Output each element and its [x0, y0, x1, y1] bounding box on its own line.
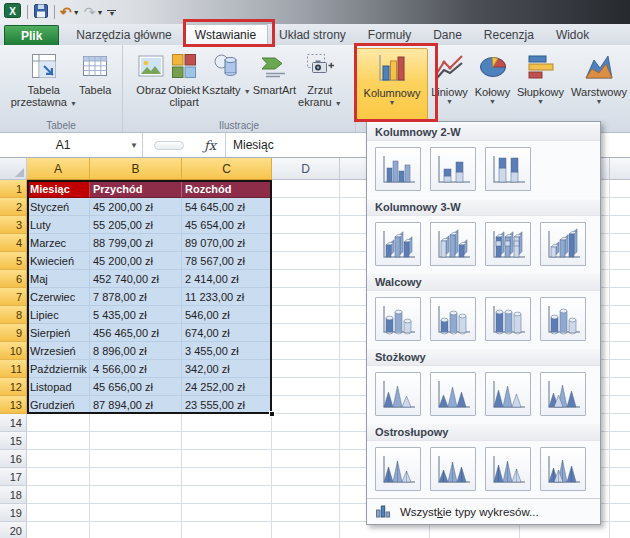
- row-header-9[interactable]: 9: [0, 324, 27, 342]
- cell-B6[interactable]: 452 740,00 zł: [90, 270, 182, 288]
- cell-D4[interactable]: [272, 234, 340, 252]
- row-header-16[interactable]: 16: [0, 450, 27, 468]
- cell-D6[interactable]: [272, 270, 340, 288]
- cell-H5[interactable]: [610, 252, 630, 270]
- tab-wstawianie[interactable]: Wstawianie: [183, 24, 268, 45]
- cell-H3[interactable]: [610, 216, 630, 234]
- tab-plik[interactable]: Plik: [4, 25, 59, 45]
- cell-H12[interactable]: [610, 378, 630, 396]
- chart-thumbnail-cylinder-1[interactable]: [375, 297, 421, 341]
- cell-C6[interactable]: 2 414,00 zł: [182, 270, 272, 288]
- cell-C20[interactable]: [182, 522, 272, 538]
- row-header-1[interactable]: 1: [0, 180, 27, 198]
- row-header-4[interactable]: 4: [0, 234, 27, 252]
- cell-A12[interactable]: Listopad: [27, 378, 90, 396]
- chart-thumbnail-col3d-4[interactable]: [540, 222, 586, 266]
- tab-dane[interactable]: Dane: [422, 24, 473, 45]
- cell-D5[interactable]: [272, 252, 340, 270]
- cell-A20[interactable]: [27, 522, 90, 538]
- tab-narzędzia-główne[interactable]: Narzędzia główne: [65, 24, 182, 45]
- row-header-10[interactable]: 10: [0, 342, 27, 360]
- cell-H14[interactable]: [610, 414, 630, 432]
- cell-H8[interactable]: [610, 306, 630, 324]
- cell-H7[interactable]: [610, 288, 630, 306]
- cell-B19[interactable]: [90, 504, 182, 522]
- column-header-D[interactable]: D: [272, 158, 340, 180]
- cell-B10[interactable]: 8 896,00 zł: [90, 342, 182, 360]
- cell-B3[interactable]: 55 205,00 zł: [90, 216, 182, 234]
- cell-D20[interactable]: [272, 522, 340, 538]
- tab-recenzja[interactable]: Recenzja: [473, 24, 545, 45]
- cell-H10[interactable]: [610, 342, 630, 360]
- chart-thumbnail-col3d-2[interactable]: [430, 222, 476, 266]
- cell-C2[interactable]: 54 645,00 zł: [182, 198, 272, 216]
- cell-C5[interactable]: 78 567,00 zł: [182, 252, 272, 270]
- cell-H13[interactable]: [610, 396, 630, 414]
- row-header-14[interactable]: 14: [0, 414, 27, 432]
- chart-thumbnail-cylinder-3[interactable]: [485, 297, 531, 341]
- cell-D10[interactable]: [272, 342, 340, 360]
- cell-H19[interactable]: [610, 504, 630, 522]
- row-header-11[interactable]: 11: [0, 360, 27, 378]
- row-header-13[interactable]: 13: [0, 396, 27, 414]
- cell-H4[interactable]: [610, 234, 630, 252]
- cell-A4[interactable]: Marzec: [27, 234, 90, 252]
- cell-C12[interactable]: 24 252,00 zł: [182, 378, 272, 396]
- cell-C4[interactable]: 89 070,00 zł: [182, 234, 272, 252]
- chart-thumbnail-pyramid-4[interactable]: [540, 447, 586, 491]
- cell-A11[interactable]: Październik: [27, 360, 90, 378]
- cell-D2[interactable]: [272, 198, 340, 216]
- row-header-19[interactable]: 19: [0, 504, 27, 522]
- cell-D12[interactable]: [272, 378, 340, 396]
- tab-formuły[interactable]: Formuły: [357, 24, 422, 45]
- cell-C19[interactable]: [182, 504, 272, 522]
- clipart-button[interactable]: Obiektclipart: [167, 46, 201, 118]
- cell-B18[interactable]: [90, 486, 182, 504]
- chart-thumbnail-pyramid-2[interactable]: [430, 447, 476, 491]
- row-header-5[interactable]: 5: [0, 252, 27, 270]
- cell-D15[interactable]: [272, 432, 340, 450]
- cell-A2[interactable]: Styczeń: [27, 198, 90, 216]
- chart-thumbnail-cylinder-2[interactable]: [430, 297, 476, 341]
- name-box-value[interactable]: A1: [0, 138, 126, 152]
- cell-B13[interactable]: 87 894,00 zł: [90, 396, 182, 414]
- chart-type-line-button[interactable]: Liniowy▼: [428, 48, 471, 122]
- cell-D17[interactable]: [272, 468, 340, 486]
- cell-A19[interactable]: [27, 504, 90, 522]
- cell-D1[interactable]: [272, 180, 340, 198]
- smartart-button[interactable]: SmartArt: [252, 46, 297, 118]
- cell-C14[interactable]: [182, 414, 272, 432]
- cell-C1[interactable]: Rozchód: [182, 180, 272, 198]
- cell-B9[interactable]: 456 465,00 zł: [90, 324, 182, 342]
- cell-D9[interactable]: [272, 324, 340, 342]
- pivot-table-button[interactable]: Tabelaprzestawna ▼: [10, 46, 78, 118]
- cell-H18[interactable]: [610, 486, 630, 504]
- cell-A18[interactable]: [27, 486, 90, 504]
- cell-D3[interactable]: [272, 216, 340, 234]
- redo-button[interactable]: ↷▼: [83, 3, 105, 21]
- cell-A9[interactable]: Sierpień: [27, 324, 90, 342]
- chart-thumbnail-cone-4[interactable]: [540, 372, 586, 416]
- name-box-dropdown-icon[interactable]: ▼: [126, 141, 142, 150]
- tab-układ-strony[interactable]: Układ strony: [268, 24, 357, 45]
- chart-thumbnail-col2d-3[interactable]: [485, 147, 531, 191]
- cell-A15[interactable]: [27, 432, 90, 450]
- chart-type-area-button[interactable]: Warstwowy▼: [567, 48, 630, 122]
- row-header-2[interactable]: 2: [0, 198, 27, 216]
- cell-B2[interactable]: 45 200,00 zł: [90, 198, 182, 216]
- cell-A5[interactable]: Kwiecień: [27, 252, 90, 270]
- row-header-12[interactable]: 12: [0, 378, 27, 396]
- chart-thumbnail-pyramid-1[interactable]: [375, 447, 421, 491]
- row-header-15[interactable]: 15: [0, 432, 27, 450]
- chart-thumbnail-col2d-2[interactable]: [430, 147, 476, 191]
- cell-B8[interactable]: 5 435,00 zł: [90, 306, 182, 324]
- cell-B4[interactable]: 88 799,00 zł: [90, 234, 182, 252]
- cell-C9[interactable]: 674,00 zł: [182, 324, 272, 342]
- chart-type-column-button[interactable]: Kolumnowy▼: [356, 48, 428, 122]
- select-all-corner[interactable]: [0, 158, 27, 180]
- cell-D11[interactable]: [272, 360, 340, 378]
- chart-type-pie-button[interactable]: Kołowy▼: [471, 48, 514, 122]
- cell-B12[interactable]: 45 656,00 zł: [90, 378, 182, 396]
- cell-C17[interactable]: [182, 468, 272, 486]
- row-header-17[interactable]: 17: [0, 468, 27, 486]
